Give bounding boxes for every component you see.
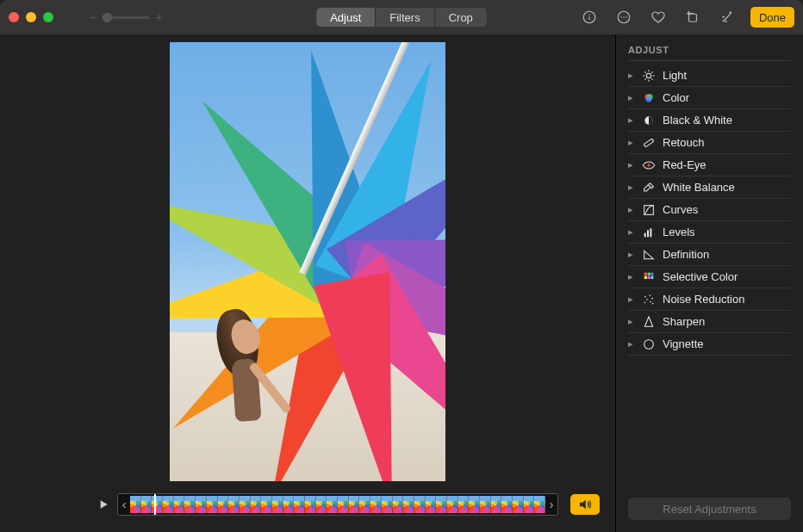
filmstrip-frame[interactable] — [327, 496, 338, 513]
filmstrip-frame[interactable] — [436, 496, 447, 513]
tab-crop[interactable]: Crop — [435, 8, 487, 27]
svg-rect-17 — [647, 230, 649, 237]
adjustment-label: Levels — [663, 226, 695, 238]
filmstrip-frame[interactable] — [491, 496, 502, 513]
fullscreen-window-button[interactable] — [43, 12, 53, 22]
chevron-right-icon: ▸ — [628, 159, 635, 170]
filmstrip-frame[interactable] — [316, 496, 327, 513]
filmstrip-frame[interactable] — [382, 496, 393, 513]
filmstrip-frame[interactable] — [458, 496, 470, 513]
rgb-circles-icon — [642, 91, 656, 105]
filmstrip-frame[interactable] — [141, 496, 153, 513]
filmstrip-frame[interactable] — [447, 496, 458, 513]
filmstrip-frame[interactable] — [240, 496, 251, 513]
adjustment-row[interactable]: ▸Retouch — [628, 132, 791, 154]
filmstrip-frame[interactable] — [469, 496, 480, 513]
filmstrip-frame[interactable] — [251, 496, 262, 513]
adjustment-label: Light — [663, 69, 687, 82]
adjustment-row[interactable]: ▸Definition — [628, 244, 791, 266]
filmstrip-frame[interactable] — [272, 496, 283, 513]
photo-preview[interactable] — [170, 42, 445, 481]
adjustment-row[interactable]: ▸Color — [628, 87, 791, 109]
filmstrip-frame[interactable] — [359, 496, 370, 513]
zoom-knob[interactable] — [102, 12, 113, 23]
filmstrip-frame[interactable] — [414, 496, 426, 513]
filmstrip-frame[interactable] — [184, 496, 196, 513]
svg-point-6 — [626, 16, 627, 18]
adjustment-row[interactable]: ▸Noise Reduction — [628, 288, 791, 311]
filmstrip-frame[interactable] — [393, 496, 404, 513]
auto-enhance-button[interactable] — [716, 6, 738, 28]
adjustment-row[interactable]: ▸Levels — [628, 221, 791, 244]
filmstrip-frame[interactable] — [163, 496, 174, 513]
filmstrip-frame[interactable] — [283, 496, 295, 513]
tab-adjust[interactable]: Adjust — [316, 8, 376, 27]
adjustment-row[interactable]: ▸Curves — [628, 199, 791, 221]
zoom-track[interactable] — [102, 16, 150, 19]
filmstrip-frame[interactable] — [513, 496, 524, 513]
svg-point-8 — [646, 73, 650, 77]
done-button[interactable]: Done — [750, 7, 794, 28]
info-button[interactable] — [578, 6, 601, 28]
filmstrip-frame[interactable] — [370, 496, 382, 513]
adjustment-row[interactable]: ▸White Balance — [628, 176, 791, 199]
sun-icon — [642, 69, 656, 83]
filmstrip-frame[interactable] — [524, 496, 535, 513]
adjustment-row[interactable]: ▸Sharpen — [628, 311, 791, 333]
tab-filters[interactable]: Filters — [376, 8, 434, 27]
window-controls — [9, 12, 53, 22]
svg-rect-22 — [644, 275, 647, 278]
mode-segmented-control: Adjust Filters Crop — [316, 8, 487, 27]
adjustment-row[interactable]: ▸Vignette — [628, 333, 791, 356]
filmstrip-frame[interactable] — [207, 496, 218, 513]
adjustment-row[interactable]: ▸Selective Color — [628, 266, 791, 288]
svg-point-25 — [644, 295, 646, 297]
close-window-button[interactable] — [9, 12, 19, 22]
filmstrip-frame[interactable] — [130, 496, 141, 513]
noise-icon — [642, 293, 656, 306]
trim-start-handle[interactable]: ‹ — [118, 494, 130, 515]
vignette-icon — [642, 337, 656, 351]
toolbar-right: Done — [578, 6, 794, 28]
play-button[interactable] — [95, 496, 112, 513]
filmstrip-frame[interactable] — [174, 496, 185, 513]
filmstrip[interactable]: ‹ › — [117, 493, 558, 516]
filmstrip-frame[interactable] — [338, 496, 349, 513]
adjustment-row[interactable]: ▸Light — [628, 65, 791, 87]
filmstrip-frame[interactable] — [501, 496, 513, 513]
chevron-right-icon: ▸ — [628, 114, 635, 126]
filmstrip-frame[interactable] — [305, 496, 316, 513]
wand-icon — [719, 9, 735, 25]
svg-point-2 — [588, 14, 590, 15]
filmstrip-frame[interactable] — [261, 496, 272, 513]
trim-end-handle[interactable]: › — [545, 494, 557, 515]
playhead[interactable] — [154, 493, 156, 516]
filmstrip-frame[interactable] — [480, 496, 491, 513]
filmstrip-frame[interactable] — [196, 496, 207, 513]
reset-adjustments-button[interactable]: Reset Adjustments — [628, 498, 791, 520]
filmstrip-frame[interactable] — [218, 496, 229, 513]
adjustment-row[interactable]: ▸Black & White — [628, 109, 791, 132]
filmstrip-frame[interactable] — [228, 496, 240, 513]
chevron-right-icon: ▸ — [628, 338, 635, 350]
more-button[interactable] — [613, 6, 635, 28]
halfcircle-icon — [642, 114, 656, 127]
minimize-window-button[interactable] — [26, 12, 36, 22]
chevron-right-icon: ▸ — [628, 137, 635, 148]
filmstrip-frame[interactable] — [534, 496, 545, 513]
sidebar-heading: Adjust — [628, 45, 791, 61]
svg-rect-19 — [644, 272, 647, 275]
play-icon — [96, 498, 110, 511]
zoom-slider[interactable]: − + — [90, 10, 162, 24]
filmstrip-frame[interactable] — [426, 496, 437, 513]
rotate-button[interactable] — [682, 6, 704, 28]
filmstrip-frame[interactable] — [403, 496, 414, 513]
adjustment-label: Retouch — [663, 136, 704, 149]
adjustment-row[interactable]: ▸Red-Eye — [628, 154, 791, 176]
audio-toggle-button[interactable] — [570, 494, 600, 515]
adjustment-label: Sharpen — [663, 315, 705, 328]
filmstrip-frame[interactable] — [349, 496, 360, 513]
filmstrip-frame[interactable] — [294, 496, 305, 513]
svg-point-32 — [644, 339, 654, 349]
favorite-button[interactable] — [647, 6, 669, 28]
